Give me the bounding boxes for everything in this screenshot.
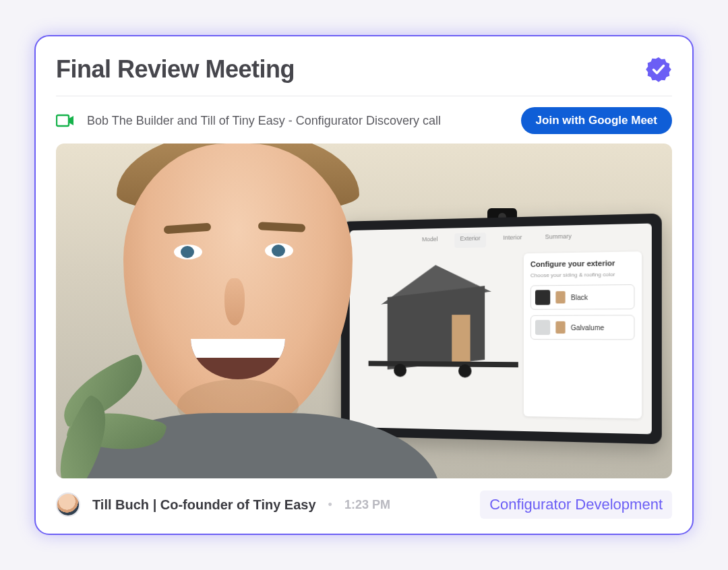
separator-dot: • xyxy=(328,498,332,512)
person-name: Till Buch | Co-founder of Tiny Easy xyxy=(92,497,316,513)
meeting-row: Bob The Builder and Till of Tiny Easy - … xyxy=(56,96,672,144)
category-tag[interactable]: Configurator Development xyxy=(480,490,672,519)
avatar xyxy=(56,493,80,517)
meeting-card: Final Review Meeting Bob The Builder and… xyxy=(34,35,694,535)
video-preview: ModelExteriorInteriorSummary Configure y… xyxy=(56,144,672,478)
card-footer: Till Buch | Co-founder of Tiny Easy • 1:… xyxy=(56,478,672,519)
config-panel-title: Configure your exterior xyxy=(530,259,635,269)
timestamp: 1:23 PM xyxy=(344,498,390,512)
exterior-option: Black xyxy=(530,284,635,310)
join-meet-button[interactable]: Join with Google Meet xyxy=(521,107,672,134)
svg-rect-0 xyxy=(57,115,69,126)
verified-badge-icon xyxy=(645,56,672,83)
meeting-title: Bob The Builder and Till of Tiny Easy - … xyxy=(87,114,441,128)
card-header: Final Review Meeting xyxy=(56,55,672,96)
config-panel-subtitle: Choose your siding & roofing color xyxy=(530,271,635,278)
card-title: Final Review Meeting xyxy=(56,55,295,84)
config-panel: Configure your exterior Choose your sidi… xyxy=(524,251,642,418)
video-camera-icon xyxy=(56,114,75,127)
plant-decoration xyxy=(56,344,171,478)
exterior-option: Galvalume xyxy=(530,315,635,340)
